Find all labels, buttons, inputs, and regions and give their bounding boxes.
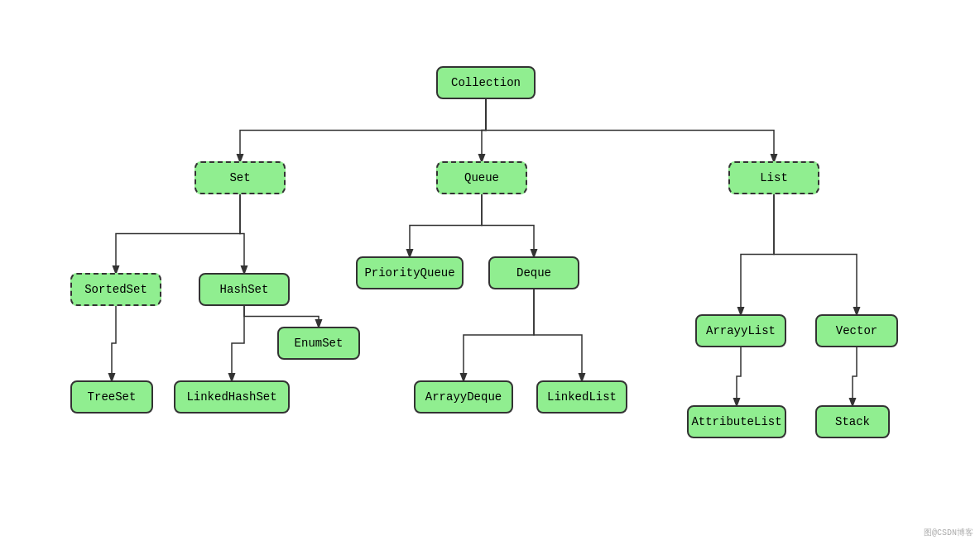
node-hashset: HashSet [199,273,290,306]
node-priorityqueue: PriorityQueue [356,256,464,289]
node-linkedhashset: LinkedHashSet [174,380,290,414]
watermark: 图@CSDN博客 [924,527,973,538]
node-collection: Collection [436,66,536,99]
node-queue: Queue [436,161,527,194]
node-stack: Stack [815,405,890,438]
node-linkedlist: LinkedList [536,380,627,414]
node-attributelist: AttributeList [687,405,786,438]
node-enumset: EnumSet [277,327,360,360]
node-sortedset: SortedSet [70,273,161,306]
node-arraydeque: ArrayyDeque [414,380,513,414]
node-treeset: TreeSet [70,380,153,414]
node-set: Set [195,161,286,194]
node-deque: Deque [488,256,579,289]
node-list: List [728,161,819,194]
node-vector: Vector [815,314,898,347]
diagram: CollectionSetQueueListSortedSetHashSetPr… [0,0,980,545]
node-arraylist: ArrayyList [695,314,786,347]
